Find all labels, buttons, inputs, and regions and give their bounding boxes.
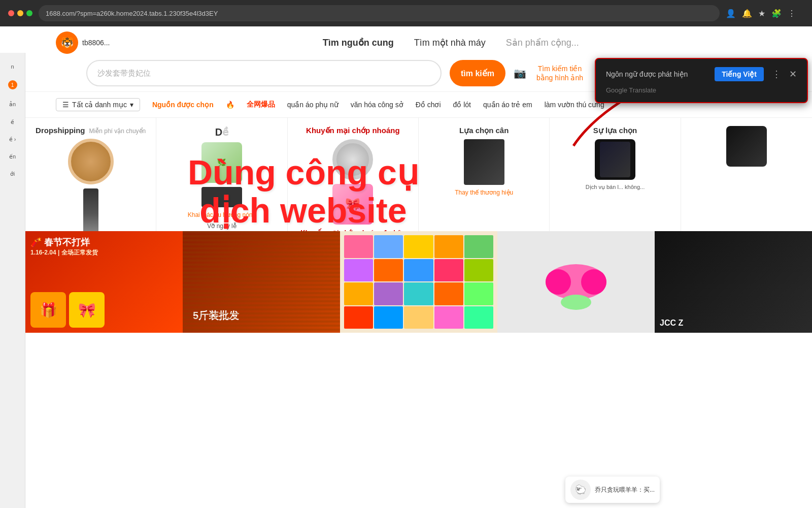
sidebar-item-notifications[interactable]: 1 (8, 80, 17, 90)
bookmark-icon[interactable]: ★ (758, 9, 765, 18)
chevron-right-icon: › (14, 136, 16, 142)
promo-title-5: Sự lựa chọn (593, 126, 637, 135)
translate-top: Ngôn ngữ được phát hiện Tiếng Việt ⋮ ✕ (606, 67, 797, 81)
search-box[interactable]: 沙发套带贵妃位 (86, 60, 442, 86)
translate-button[interactable]: Tiếng Việt (715, 67, 764, 81)
lucky-cat: 🎁 (30, 292, 66, 328)
browser-bar: 1688.com/?spm=a260k.home2024.tabs.1.230f… (0, 0, 812, 26)
translate-more-icon[interactable]: ⋮ (770, 69, 783, 80)
image-search-label: Tìm kiếm tiền bằng hình ảnh (529, 64, 590, 82)
product6 (726, 126, 767, 167)
overlay-text: Dùng công cụ dịch website (188, 153, 419, 230)
logo-area: 🐯 tb8806... (56, 31, 110, 54)
cat-underwear[interactable]: đồ lót (453, 101, 471, 109)
promo-title-1: Dropshipping (36, 126, 85, 135)
product-dried[interactable]: 5斤装批发 (183, 231, 340, 333)
all-categories[interactable]: ☰ Tất cả danh mục ▾ (56, 98, 140, 111)
header-top: 🐯 tb8806... Tìm nguồn cung Tìm một nhà m… (56, 31, 782, 54)
minimize-dot[interactable] (17, 10, 23, 16)
extension-icon[interactable]: 🧩 (771, 9, 782, 18)
cat-hot[interactable]: 全网爆品 (247, 100, 275, 109)
profile-icon[interactable]: 👤 (726, 9, 736, 18)
cat-selected[interactable]: Nguồn được chọn (152, 101, 214, 109)
fashion-bg (655, 231, 812, 333)
window-controls (8, 10, 32, 16)
image-search[interactable]: 📷 Tìm kiếm tiền bằng hình ảnh (514, 64, 590, 82)
cat-children[interactable]: quần áo trẻ em (483, 101, 532, 109)
promo-title-2: Dề (215, 126, 228, 138)
site-logo: 🐯 (56, 31, 78, 54)
nav-products: Sản phẩm cộng... (506, 37, 579, 48)
chat-text: 乔只贪玩喂羊羊：买... (595, 486, 655, 494)
left-sidebar: n 1 ản ề ề › ến ới (0, 53, 25, 508)
translate-label: Ngôn ngữ được phát hiện (606, 70, 708, 78)
notification-badge: 1 (8, 80, 17, 89)
bracelet-image (68, 139, 114, 184)
sidebar-item-2[interactable]: ản (9, 101, 16, 108)
dried-pattern (183, 231, 340, 333)
cat-garden[interactable]: làm vườn thú cưng (545, 101, 604, 109)
product-fashion[interactable]: JCC Z (655, 231, 812, 333)
maximize-dot[interactable] (26, 10, 32, 16)
sidebar-item-3[interactable]: ề (11, 118, 14, 125)
all-label: Tất cả danh mục (72, 101, 127, 109)
translate-close-icon[interactable]: ✕ (789, 69, 797, 80)
translate-popup: Ngôn ngữ được phát hiện Tiếng Việt ⋮ ✕ G… (595, 58, 808, 103)
search-placeholder: 沙发套带贵妃位 (97, 69, 151, 78)
chevron-down-icon: ▾ (130, 101, 133, 109)
url-bar[interactable]: 1688.com/?spm=a260k.home2024.tabs.1.230f… (39, 5, 720, 21)
camera-icon: 📷 (514, 67, 526, 79)
sidebar-item-6[interactable]: ới (10, 170, 15, 177)
website-area: n 1 ản ề ề › ến ới 🐯 tb8806... Tìm nguồn… (0, 26, 812, 508)
promo-label-4a: Thay thế thương hiệu (455, 189, 513, 196)
spring-title: 🧨 春节不打烊 (30, 236, 178, 248)
overlay-line2: dịch website (188, 192, 419, 230)
main-nav: Tìm nguồn cung Tìm một nhà máy Sản phẩm … (120, 37, 782, 48)
chat-bubble[interactable]: 🐑 乔只贪玩喂羊羊：买... (565, 477, 660, 503)
user-name[interactable]: tb8806... (82, 39, 110, 47)
menu-icon: ☰ (62, 101, 69, 109)
spring-products: 🎁 🎀 (30, 292, 105, 328)
promo-title-4: Lựa chọn cân (459, 126, 509, 135)
notification-icon[interactable]: 🔔 (742, 9, 752, 18)
menu-icon[interactable]: ⋮ (788, 9, 796, 18)
bow-shape (546, 264, 606, 300)
nav-supply[interactable]: Tìm nguồn cung (323, 37, 394, 48)
cat-women[interactable]: quần áo phụ nữ (287, 101, 339, 109)
toys-grid (340, 231, 497, 333)
promo-strip: Dropshipping Miễn phí vận chuyển Bán hàn… (25, 117, 812, 229)
fire-icon: 🔥 (226, 101, 234, 109)
url-text: 1688.com/?spm=a260k.home2024.tabs.1.230f… (46, 10, 218, 17)
sidebar-item-1[interactable]: n (11, 63, 14, 70)
red-gift: 🎀 (69, 292, 105, 328)
sidebar-item-4[interactable]: ề › (9, 136, 16, 143)
promo-label-5: Dịch vụ bán l... không... (586, 184, 645, 190)
product-spring[interactable]: 🧨 春节不打烊 1.16-2.04 | 全场正常发货 🎁 🎀 (25, 231, 183, 333)
jacket-image (464, 139, 504, 185)
product-grid: 🧨 春节不打烊 1.16-2.04 | 全场正常发货 🎁 🎀 5斤装批发 (25, 231, 812, 333)
close-dot[interactable] (8, 10, 14, 16)
browser-icons: 👤 🔔 ★ 🧩 ⋮ (726, 9, 804, 18)
overlay-line1: Dùng công cụ (188, 153, 419, 192)
spring-date: 1.16-2.04 | 全场正常发货 (30, 248, 178, 257)
nav-factory[interactable]: Tìm một nhà máy (414, 37, 486, 48)
sheep-avatar: 🐑 (570, 480, 591, 500)
product-toys[interactable] (340, 231, 497, 333)
translate-subtitle: Google Translate (606, 86, 797, 94)
jcc-text: JCC Z (660, 319, 683, 328)
product-bow[interactable] (497, 231, 655, 333)
promo-title-3: Khuyến mại chớp nhoáng (306, 126, 400, 135)
search-button[interactable]: tìm kiếm (450, 60, 505, 86)
promo-sub-1: Miễn phí vận chuyển (89, 128, 146, 135)
cat-toys[interactable]: Đồ chơi (416, 101, 441, 109)
dark-jacket (595, 139, 635, 180)
sidebar-item-5[interactable]: ến (9, 153, 16, 160)
cat-office[interactable]: văn hóa công sở (351, 101, 403, 109)
spring-text: 🧨 春节不打烊 1.16-2.04 | 全场正常发货 (25, 231, 183, 262)
